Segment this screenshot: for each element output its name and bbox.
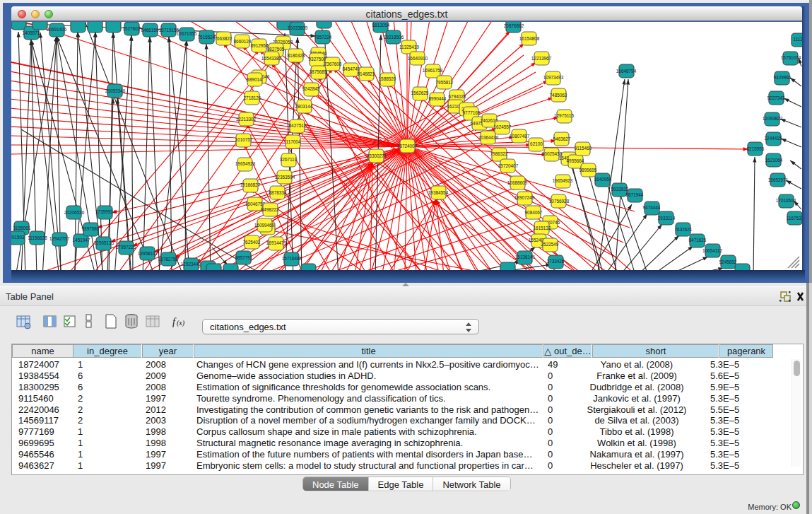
svg-text:10033809: 10033809 [288, 25, 308, 30]
svg-text:23300275: 23300275 [367, 153, 387, 158]
svg-text:1733426: 1733426 [547, 259, 565, 264]
svg-text:12213302: 12213302 [236, 117, 257, 122]
svg-text:1010757: 1010757 [235, 137, 253, 142]
svg-text:6794028: 6794028 [449, 94, 466, 99]
svg-text:2367608: 2367608 [324, 62, 342, 66]
svg-text:19654923: 19654923 [553, 178, 573, 183]
svg-text:11123: 11123 [794, 37, 802, 42]
svg-text:12923448: 12923448 [181, 262, 201, 267]
svg-text:(x): (x) [177, 319, 185, 327]
svg-text:8427512: 8427512 [289, 123, 307, 128]
svg-text:10688609: 10688609 [507, 180, 528, 185]
svg-text:11156828: 11156828 [28, 235, 47, 240]
svg-text:10973493: 10973493 [543, 75, 564, 80]
svg-text:6466160: 6466160 [141, 28, 159, 33]
svg-text:3267110: 3267110 [280, 157, 298, 162]
svg-text:1405571: 1405571 [23, 30, 40, 35]
svg-text:7857224: 7857224 [314, 35, 332, 40]
svg-text:16154808: 16154808 [519, 36, 540, 41]
svg-text:12093822: 12093822 [763, 116, 783, 121]
svg-text:2522549: 2522549 [541, 242, 559, 247]
svg-text:15136141: 15136141 [515, 255, 536, 259]
svg-text:15692971: 15692971 [768, 177, 789, 182]
svg-text:7955812: 7955812 [436, 80, 454, 85]
svg-text:989014: 989014 [247, 77, 262, 82]
svg-text:3875685: 3875685 [310, 69, 327, 74]
svg-text:16648794: 16648794 [616, 69, 637, 74]
svg-text:20364436: 20364436 [478, 135, 499, 140]
svg-text:16099469: 16099469 [254, 223, 275, 228]
svg-text:13958107: 13958107 [138, 251, 158, 256]
svg-text:19166827: 19166827 [240, 182, 261, 187]
svg-text:16914479: 16914479 [266, 240, 287, 245]
svg-text:2718126: 2718126 [244, 95, 261, 100]
svg-text:1615132: 1615132 [534, 226, 551, 230]
svg-text:991593: 991593 [11, 235, 25, 240]
svg-text:5933923: 5933923 [611, 187, 629, 192]
svg-text:8454749: 8454749 [343, 66, 360, 71]
svg-text:9474444: 9474444 [643, 205, 661, 210]
svg-text:7663822: 7663822 [215, 36, 233, 41]
svg-text:8813054: 8813054 [372, 23, 390, 28]
svg-text:8498222: 8498222 [261, 207, 279, 212]
svg-text:16961758: 16961758 [423, 68, 443, 73]
svg-text:7515524: 7515524 [198, 35, 216, 40]
svg-text:1621064: 1621064 [765, 158, 783, 163]
svg-text:62100: 62100 [530, 141, 543, 146]
svg-text:4955664: 4955664 [567, 158, 584, 163]
svg-text:9777169: 9777169 [463, 110, 481, 115]
svg-text:1167533: 1167533 [787, 216, 802, 221]
svg-text:9857791: 9857791 [235, 255, 253, 260]
svg-text:9463627: 9463627 [553, 136, 571, 141]
svg-text:12505135: 12505135 [94, 240, 114, 245]
svg-text:12353594: 12353594 [275, 175, 295, 180]
svg-text:10025438: 10025438 [542, 151, 563, 156]
svg-text:12213967: 12213967 [531, 56, 552, 61]
svg-text:7485063: 7485063 [550, 93, 567, 98]
svg-text:9329966: 9329966 [774, 75, 792, 80]
svg-text:10807487: 10807487 [510, 134, 530, 139]
svg-text:7986322: 7986322 [490, 151, 508, 156]
svg-text:3155061: 3155061 [13, 226, 31, 230]
svg-text:8186328: 8186328 [288, 53, 305, 58]
svg-text:8878334: 8878334 [269, 190, 287, 195]
svg-text:2933114: 2933114 [658, 216, 676, 221]
svg-text:15720407: 15720407 [498, 163, 519, 168]
svg-text:19384554: 19384554 [428, 190, 449, 195]
svg-text:17359924: 17359924 [95, 209, 116, 214]
svg-text:1624557: 1624557 [494, 124, 512, 129]
svg-text:1527602: 1527602 [123, 26, 141, 31]
svg-text:20053346: 20053346 [105, 88, 126, 93]
svg-text:12942757: 12942757 [49, 236, 70, 241]
svg-text:9397586: 9397586 [82, 226, 100, 231]
svg-text:10654112: 10654112 [702, 248, 722, 253]
svg-text:117004: 117004 [286, 139, 301, 144]
svg-text:11325419: 11325419 [399, 45, 419, 49]
svg-text:7632621: 7632621 [675, 227, 693, 232]
svg-text:9899695: 9899695 [579, 168, 597, 173]
svg-text:20876862: 20876862 [504, 23, 524, 28]
svg-text:9827505: 9827505 [267, 47, 285, 52]
svg-text:9327508: 9327508 [309, 57, 326, 62]
svg-text:9146821: 9146821 [358, 71, 375, 76]
svg-text:8471626: 8471626 [689, 238, 707, 243]
svg-text:9245652: 9245652 [719, 259, 737, 264]
svg-text:16782759: 16782759 [158, 257, 179, 262]
svg-text:16046758: 16046758 [245, 201, 266, 206]
svg-text:1562625: 1562625 [411, 90, 429, 95]
svg-text:15716485: 15716485 [282, 256, 302, 261]
svg-text:9242845: 9242845 [302, 86, 320, 91]
svg-text:2803144: 2803144 [295, 104, 313, 109]
svg-text:8660124: 8660124 [234, 39, 252, 44]
svg-text:10756928: 10756928 [549, 199, 570, 204]
svg-text:8990444: 8990444 [429, 96, 447, 101]
svg-text:12975115: 12975115 [554, 113, 574, 118]
svg-text:17016504: 17016504 [776, 198, 796, 203]
svg-text:8912954: 8912954 [251, 43, 269, 48]
svg-text:19654923: 19654923 [235, 161, 256, 166]
svg-text:8215955: 8215955 [747, 146, 765, 151]
svg-text:7625402: 7625402 [243, 240, 261, 245]
svg-text:9084067: 9084067 [525, 210, 543, 215]
svg-text:18907249: 18907249 [514, 195, 535, 200]
svg-text:20691406: 20691406 [47, 27, 67, 32]
